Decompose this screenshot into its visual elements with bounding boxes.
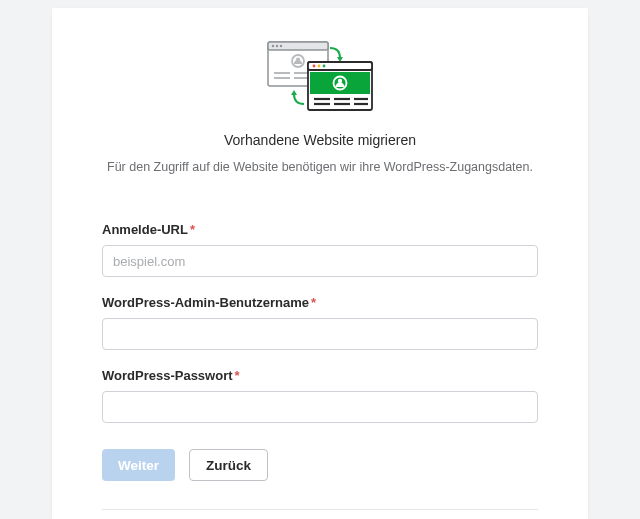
password-input[interactable] bbox=[102, 391, 538, 423]
hero-section: Vorhandene Website migrieren Für den Zug… bbox=[102, 38, 538, 174]
username-label: WordPress-Admin-Benutzername* bbox=[102, 295, 538, 310]
username-label-text: WordPress-Admin-Benutzername bbox=[102, 295, 309, 310]
svg-point-15 bbox=[313, 65, 316, 68]
login-url-input[interactable] bbox=[102, 245, 538, 277]
password-label-text: WordPress-Passwort bbox=[102, 368, 233, 383]
divider bbox=[102, 509, 538, 510]
password-group: WordPress-Passwort* bbox=[102, 368, 538, 423]
login-url-group: Anmelde-URL* bbox=[102, 222, 538, 277]
button-row: Weiter Zurück bbox=[102, 449, 538, 481]
login-url-label-text: Anmelde-URL bbox=[102, 222, 188, 237]
svg-point-3 bbox=[276, 45, 278, 47]
svg-point-16 bbox=[318, 65, 321, 68]
migration-illustration bbox=[102, 38, 538, 118]
page-title: Vorhandene Website migrieren bbox=[102, 132, 538, 148]
password-label: WordPress-Passwort* bbox=[102, 368, 538, 383]
required-mark: * bbox=[235, 368, 240, 383]
next-button[interactable]: Weiter bbox=[102, 449, 175, 481]
migration-card: Vorhandene Website migrieren Für den Zug… bbox=[52, 8, 588, 519]
required-mark: * bbox=[311, 295, 316, 310]
back-button[interactable]: Zurück bbox=[189, 449, 268, 481]
username-group: WordPress-Admin-Benutzername* bbox=[102, 295, 538, 350]
svg-point-2 bbox=[272, 45, 274, 47]
svg-marker-12 bbox=[291, 90, 297, 95]
browser-migrate-icon bbox=[260, 38, 380, 118]
page-subtitle: Für den Zugriff auf die Website benötige… bbox=[102, 160, 538, 174]
svg-point-4 bbox=[280, 45, 282, 47]
login-url-label: Anmelde-URL* bbox=[102, 222, 538, 237]
username-input[interactable] bbox=[102, 318, 538, 350]
svg-point-17 bbox=[323, 65, 326, 68]
required-mark: * bbox=[190, 222, 195, 237]
